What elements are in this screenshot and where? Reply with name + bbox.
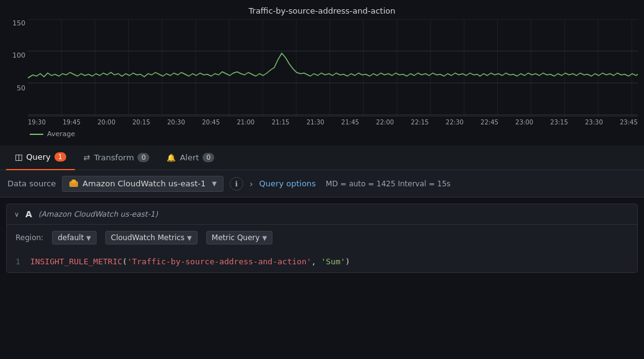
chart-area: 150 100 50 bbox=[6, 19, 638, 128]
datasource-selector[interactable]: Amazon CloudWatch us-east-1 ▼ bbox=[62, 176, 224, 192]
x-label: 22:15 bbox=[411, 119, 429, 126]
chart-title: Traffic-by-source-address-and-action bbox=[6, 6, 638, 15]
chart-container: Traffic-by-source-address-and-action 150… bbox=[0, 0, 644, 145]
x-label: 22:30 bbox=[446, 119, 464, 126]
query-options-link[interactable]: Query options bbox=[259, 179, 316, 188]
datasource-name: Amazon CloudWatch us-east-1 bbox=[82, 179, 206, 188]
code-editor[interactable]: 1INSIGHT_RULE_METRIC('Traffic-by-source-… bbox=[7, 251, 637, 272]
x-label: 23:00 bbox=[515, 119, 533, 126]
type-value: Metric Query bbox=[212, 233, 260, 242]
x-label: 22:00 bbox=[376, 119, 394, 126]
service-value: CloudWatch Metrics bbox=[111, 233, 185, 242]
type-dropdown[interactable]: Metric Query ▼ bbox=[206, 231, 272, 244]
region-value: default bbox=[58, 233, 84, 242]
query-controls: Region: default ▼ CloudWatch Metrics ▼ M… bbox=[7, 225, 637, 251]
query-tab-icon: ◫ bbox=[15, 152, 22, 162]
info-icon: ℹ bbox=[235, 180, 238, 188]
query-header[interactable]: ∨ A (Amazon CloudWatch us-east-1) bbox=[7, 204, 637, 225]
query-tab-label: Query bbox=[26, 152, 51, 162]
region-dropdown[interactable]: default ▼ bbox=[52, 231, 97, 244]
datasource-chevron-icon: ▼ bbox=[212, 180, 217, 187]
svg-point-23 bbox=[71, 180, 76, 183]
query-panel: ∨ A (Amazon CloudWatch us-east-1) Region… bbox=[6, 204, 638, 273]
tab-transform[interactable]: ⇄ Transform 0 bbox=[75, 145, 159, 170]
x-label: 19:45 bbox=[63, 119, 80, 126]
region-chevron-icon: ▼ bbox=[86, 235, 91, 241]
x-label: 20:15 bbox=[133, 119, 150, 126]
y-label-50: 50 bbox=[6, 84, 28, 92]
legend-color bbox=[30, 134, 43, 135]
alert-tab-badge: 0 bbox=[202, 153, 214, 162]
type-chevron-icon: ▼ bbox=[262, 235, 267, 241]
x-label: 23:15 bbox=[550, 119, 568, 126]
code-arg1: 'Traffic-by-source-address-and-action' bbox=[127, 257, 311, 266]
x-label: 20:30 bbox=[167, 119, 185, 126]
code-function: INSIGHT_RULE_METRIC bbox=[30, 257, 123, 266]
collapse-icon: ∨ bbox=[14, 210, 19, 218]
expand-arrow-icon[interactable]: › bbox=[250, 179, 253, 189]
query-source: (Amazon CloudWatch us-east-1) bbox=[38, 210, 158, 218]
x-label: 21:30 bbox=[307, 119, 324, 126]
x-label: 21:45 bbox=[341, 119, 359, 126]
info-button[interactable]: ℹ bbox=[230, 177, 243, 191]
transform-tab-badge: 0 bbox=[137, 153, 149, 162]
x-label: 23:30 bbox=[585, 119, 603, 126]
y-label-100: 100 bbox=[6, 51, 28, 59]
tab-alert[interactable]: 🔔 Alert 0 bbox=[158, 145, 223, 170]
x-label: 21:15 bbox=[272, 119, 290, 126]
code-comma: , bbox=[311, 257, 321, 266]
x-label: 20:00 bbox=[97, 119, 115, 126]
query-options-bar: Data source Amazon CloudWatch us-east-1 … bbox=[0, 170, 644, 197]
service-chevron-icon: ▼ bbox=[187, 235, 192, 241]
code-arg2: 'Sum' bbox=[321, 257, 345, 266]
query-tab-badge: 1 bbox=[54, 152, 66, 162]
alert-tab-icon: 🔔 bbox=[167, 154, 176, 162]
query-id: A bbox=[25, 209, 32, 219]
x-label: 23:45 bbox=[620, 119, 638, 126]
datasource-label: Data source bbox=[7, 179, 56, 188]
x-label: 21:00 bbox=[237, 119, 255, 126]
y-label-150: 150 bbox=[6, 19, 28, 27]
service-dropdown[interactable]: CloudWatch Metrics ▼ bbox=[105, 231, 198, 244]
y-axis: 150 100 50 bbox=[6, 19, 28, 128]
x-label: 19:30 bbox=[28, 119, 46, 126]
legend-label: Average bbox=[47, 130, 75, 138]
cloudwatch-icon bbox=[69, 179, 79, 189]
x-axis: 19:30 19:45 20:00 20:15 20:30 20:45 21:0… bbox=[28, 116, 638, 128]
query-meta: MD = auto = 1425 Interval = 15s bbox=[326, 180, 450, 188]
transform-tab-label: Transform bbox=[94, 153, 134, 162]
code-close-paren: ) bbox=[346, 257, 350, 266]
transform-tab-icon: ⇄ bbox=[84, 153, 90, 162]
region-label: Region: bbox=[15, 233, 43, 242]
chart-inner bbox=[28, 19, 638, 116]
tab-query[interactable]: ◫ Query 1 bbox=[6, 145, 75, 170]
x-label: 20:45 bbox=[202, 119, 220, 126]
tabs-bar: ◫ Query 1 ⇄ Transform 0 🔔 Alert 0 bbox=[0, 145, 644, 170]
alert-tab-label: Alert bbox=[180, 153, 199, 162]
line-number: 1 bbox=[15, 257, 20, 266]
x-label: 22:45 bbox=[481, 119, 498, 126]
chart-legend: Average bbox=[30, 130, 638, 138]
